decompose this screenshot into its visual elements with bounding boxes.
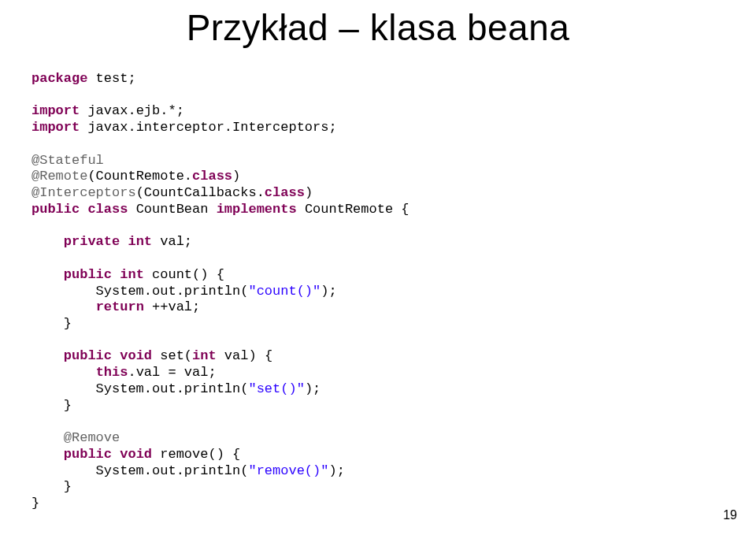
code-text: count() { bbox=[144, 267, 224, 282]
annotation-remote: @Remote bbox=[32, 169, 87, 184]
code-text bbox=[32, 267, 64, 282]
code-text: ); bbox=[321, 284, 336, 299]
kw-import: import bbox=[32, 103, 80, 118]
code-text: } bbox=[32, 316, 72, 331]
kw-package: package bbox=[32, 71, 87, 86]
kw-public: public bbox=[64, 447, 112, 462]
code-text bbox=[32, 430, 64, 445]
code-text bbox=[120, 234, 128, 249]
kw-int: int bbox=[192, 348, 217, 363]
code-text: ) bbox=[232, 169, 240, 184]
kw-import: import bbox=[32, 120, 80, 135]
kw-implements: implements bbox=[217, 202, 297, 217]
code-text bbox=[112, 348, 120, 363]
code-text: val) { bbox=[217, 348, 272, 363]
kw-void: void bbox=[120, 447, 152, 462]
slide: Przykład – klasa beana package test; imp… bbox=[0, 0, 756, 535]
code-text: ); bbox=[328, 463, 344, 478]
code-text bbox=[32, 299, 96, 314]
code-block: package test; import javax.ejb.*; import… bbox=[32, 71, 410, 512]
kw-return: return bbox=[96, 299, 144, 314]
code-text: System.out.println( bbox=[32, 284, 248, 299]
code-text bbox=[32, 348, 64, 363]
code-text: val; bbox=[152, 234, 192, 249]
code-text bbox=[112, 447, 120, 462]
code-text: javax.interceptor.Interceptors; bbox=[80, 120, 336, 135]
code-text bbox=[112, 267, 120, 282]
kw-class: class bbox=[265, 185, 305, 200]
kw-void: void bbox=[120, 348, 152, 363]
kw-int: int bbox=[120, 267, 144, 282]
code-text: } bbox=[32, 496, 39, 511]
code-text: ++val; bbox=[144, 299, 200, 314]
kw-this: this bbox=[96, 365, 128, 380]
code-text: } bbox=[32, 479, 72, 494]
kw-int: int bbox=[128, 234, 152, 249]
code-text bbox=[32, 447, 64, 462]
annotation-remove: @Remove bbox=[64, 430, 120, 445]
code-text bbox=[32, 234, 64, 249]
code-text: set( bbox=[152, 348, 192, 363]
code-text bbox=[80, 202, 87, 217]
string-literal: "remove()" bbox=[248, 463, 328, 478]
code-text: ) bbox=[305, 185, 313, 200]
kw-public: public bbox=[32, 202, 80, 217]
code-text: CountBean bbox=[128, 202, 216, 217]
code-text: System.out.println( bbox=[32, 463, 248, 478]
slide-title: Przykład – klasa beana bbox=[0, 6, 756, 49]
string-literal: "count()" bbox=[248, 284, 321, 299]
kw-class: class bbox=[87, 202, 128, 217]
kw-class: class bbox=[192, 169, 232, 184]
code-text: } bbox=[32, 398, 72, 413]
code-text: remove() { bbox=[152, 447, 240, 462]
code-text: System.out.println( bbox=[32, 381, 248, 396]
kw-public: public bbox=[64, 267, 112, 282]
code-text: (CountRemote. bbox=[87, 169, 192, 184]
code-text: .val = val; bbox=[128, 365, 216, 380]
kw-public: public bbox=[64, 348, 112, 363]
kw-private: private bbox=[64, 234, 120, 249]
code-text: javax.ejb.*; bbox=[80, 103, 184, 118]
code-text: test; bbox=[87, 71, 135, 86]
code-text: ); bbox=[305, 381, 321, 396]
page-number: 19 bbox=[723, 508, 737, 522]
annotation-interceptors: @Interceptors bbox=[32, 185, 136, 200]
annotation-stateful: @Stateful bbox=[32, 153, 104, 168]
code-text: CountRemote { bbox=[297, 202, 410, 217]
code-text: (CountCallbacks. bbox=[136, 185, 265, 200]
string-literal: "set()" bbox=[248, 381, 304, 396]
code-text bbox=[32, 365, 96, 380]
